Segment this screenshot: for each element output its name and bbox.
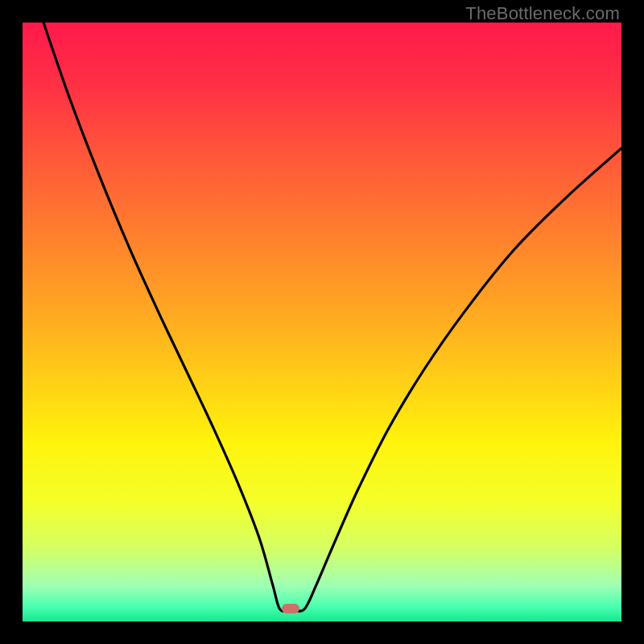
optimal-marker (282, 604, 299, 613)
bottleneck-curve (23, 23, 621, 621)
chart-frame: TheBottleneck.com (0, 0, 644, 644)
watermark-text: TheBottleneck.com (465, 3, 620, 24)
plot-area (23, 23, 621, 621)
